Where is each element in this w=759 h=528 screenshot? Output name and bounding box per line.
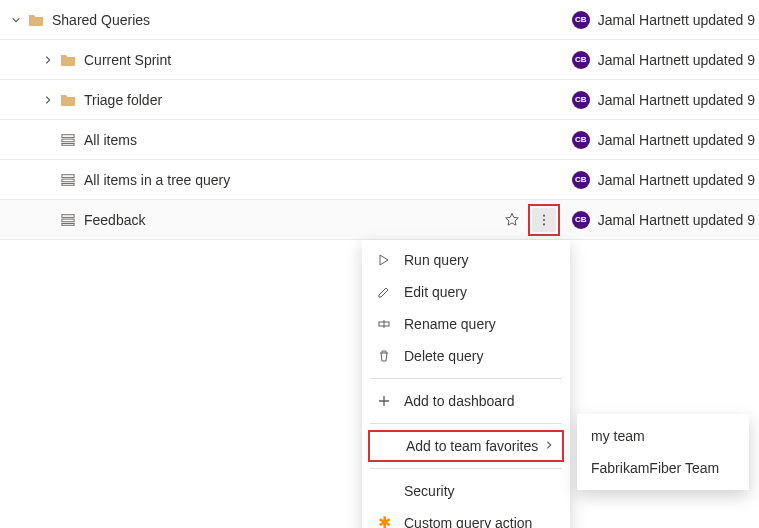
menu-rename-query[interactable]: Rename query — [362, 308, 570, 340]
tree-row-shared-queries[interactable]: Shared Queries CB Jamal Hartnett updated… — [0, 0, 759, 40]
tree-label: Current Sprint — [84, 52, 171, 68]
menu-add-dashboard[interactable]: Add to dashboard — [362, 385, 570, 417]
tree-label: Feedback — [84, 212, 145, 228]
chevron-right-icon — [544, 440, 554, 452]
chevron-down-icon[interactable] — [8, 15, 24, 25]
menu-divider — [370, 378, 562, 379]
svg-rect-6 — [62, 214, 74, 217]
more-actions-button[interactable] — [532, 208, 556, 232]
menu-security[interactable]: Security — [362, 475, 570, 507]
tree-label: Shared Queries — [52, 12, 150, 28]
menu-label: Add to dashboard — [404, 393, 556, 409]
play-icon — [376, 252, 392, 268]
query-icon — [60, 212, 76, 228]
submenu-label: FabrikamFiber Team — [591, 460, 719, 476]
menu-add-team-favorites[interactable]: Add to team favorites — [368, 430, 564, 462]
query-icon — [60, 172, 76, 188]
avatar: CB — [572, 131, 590, 149]
submenu-fabrikamfiber-team[interactable]: FabrikamFiber Team — [577, 452, 749, 484]
meta-text: Jamal Hartnett updated 9 — [598, 52, 755, 68]
tree-row-all-items-tree[interactable]: All items in a tree query CB Jamal Hartn… — [0, 160, 759, 200]
menu-divider — [370, 468, 562, 469]
submenu-label: my team — [591, 428, 645, 444]
menu-label: Edit query — [404, 284, 556, 300]
meta-text: Jamal Hartnett updated 9 — [598, 212, 755, 228]
meta-text: Jamal Hartnett updated 9 — [598, 92, 755, 108]
menu-edit-query[interactable]: Edit query — [362, 276, 570, 308]
menu-label: Run query — [404, 252, 556, 268]
team-favorites-submenu: my team FabrikamFiber Team — [577, 414, 749, 490]
svg-point-10 — [543, 218, 545, 220]
svg-rect-1 — [62, 139, 74, 142]
folder-icon — [28, 12, 44, 28]
tree-label: Triage folder — [84, 92, 162, 108]
rename-icon — [376, 316, 392, 332]
tree-label: All items in a tree query — [84, 172, 230, 188]
menu-run-query[interactable]: Run query — [362, 244, 570, 276]
plus-icon — [376, 393, 392, 409]
svg-rect-2 — [62, 143, 74, 145]
menu-label: Add to team favorites — [406, 438, 544, 454]
svg-rect-7 — [62, 219, 74, 222]
avatar: CB — [572, 211, 590, 229]
tree-row-current-sprint[interactable]: Current Sprint CB Jamal Hartnett updated… — [0, 40, 759, 80]
meta-text: Jamal Hartnett updated 9 — [598, 12, 755, 28]
avatar: CB — [572, 91, 590, 109]
chevron-right-icon[interactable] — [40, 55, 56, 65]
folder-icon — [60, 92, 76, 108]
menu-delete-query[interactable]: Delete query — [362, 340, 570, 372]
query-icon — [60, 132, 76, 148]
menu-label: Delete query — [404, 348, 556, 364]
menu-label: Rename query — [404, 316, 556, 332]
chevron-right-icon[interactable] — [40, 95, 56, 105]
menu-custom-query-action[interactable]: ✱ Custom query action — [362, 507, 570, 528]
svg-rect-4 — [62, 179, 74, 182]
tree-row-all-items[interactable]: All items CB Jamal Hartnett updated 9 — [0, 120, 759, 160]
svg-point-11 — [543, 223, 545, 225]
context-menu: Run query Edit query Rename query Delete… — [362, 240, 570, 528]
pencil-icon — [376, 284, 392, 300]
avatar: CB — [572, 171, 590, 189]
tree-label: All items — [84, 132, 137, 148]
avatar: CB — [572, 51, 590, 69]
svg-point-9 — [543, 214, 545, 216]
menu-label: Security — [404, 483, 556, 499]
favorite-button[interactable] — [500, 208, 524, 232]
star-icon: ✱ — [376, 515, 392, 528]
menu-label: Custom query action — [404, 515, 556, 528]
meta-text: Jamal Hartnett updated 9 — [598, 172, 755, 188]
svg-rect-8 — [62, 223, 74, 225]
meta-text: Jamal Hartnett updated 9 — [598, 132, 755, 148]
highlight-more-actions — [528, 204, 560, 236]
avatar: CB — [572, 11, 590, 29]
folder-icon — [60, 52, 76, 68]
menu-divider — [370, 423, 562, 424]
svg-rect-3 — [62, 174, 74, 177]
submenu-my-team[interactable]: my team — [577, 420, 749, 452]
tree-row-feedback[interactable]: Feedback CB Jamal Hartnett updated 9 — [0, 200, 759, 240]
tree-row-triage-folder[interactable]: Triage folder CB Jamal Hartnett updated … — [0, 80, 759, 120]
trash-icon — [376, 348, 392, 364]
svg-rect-5 — [62, 183, 74, 185]
svg-rect-0 — [62, 134, 74, 137]
